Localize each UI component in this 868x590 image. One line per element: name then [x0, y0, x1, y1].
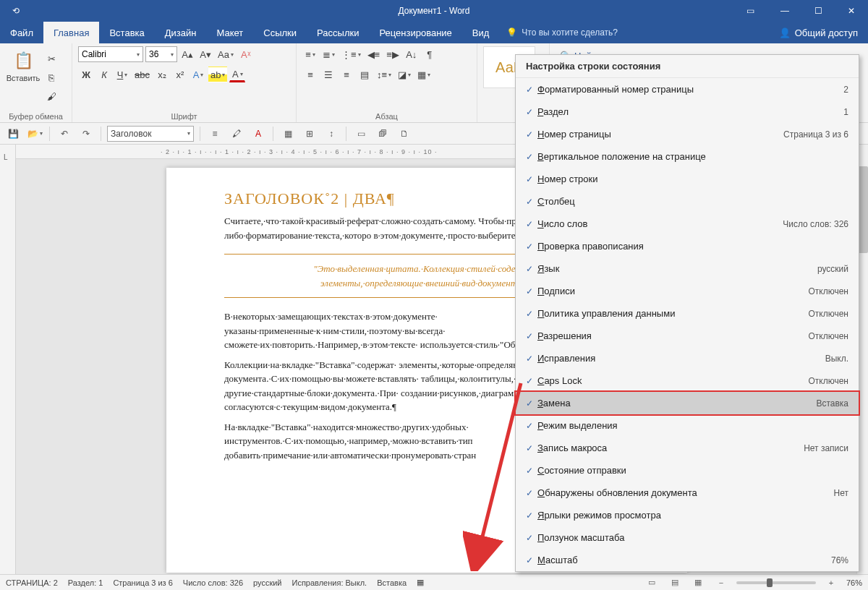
view-print-button[interactable]: ▤: [667, 576, 683, 589]
zoom-out-button[interactable]: −: [713, 576, 729, 589]
redo-button[interactable]: ↷: [77, 125, 95, 142]
subscript-button[interactable]: x₂: [154, 67, 170, 82]
text-effects-button[interactable]: A▾: [190, 67, 206, 82]
share-button[interactable]: 👤 Общий доступ: [769, 22, 868, 43]
menu-item-track_changes[interactable]: ✓ИсправленияВыкл.: [516, 347, 859, 369]
qat-borders-button[interactable]: ▦: [279, 125, 297, 142]
multilevel-button[interactable]: ⋮≡▾: [339, 46, 363, 62]
maximize-button[interactable]: ☐: [801, 0, 835, 22]
qat-misc3-button[interactable]: 🗋: [396, 125, 413, 142]
save-button[interactable]: 💾: [4, 125, 22, 142]
shading-button[interactable]: ◪▾: [396, 67, 413, 82]
view-read-button[interactable]: ▭: [644, 576, 660, 589]
font-color-button[interactable]: A▾: [229, 67, 245, 82]
format-painter-button[interactable]: 🖌: [43, 88, 59, 104]
menu-item-upload[interactable]: ✓Состояние отправки: [516, 459, 859, 482]
style-combo[interactable]: Заголовок▾: [107, 126, 194, 142]
close-button[interactable]: ✕: [835, 0, 868, 22]
status-insert-mode[interactable]: Вставка: [377, 578, 407, 587]
menu-item-permissions[interactable]: ✓РазрешенияОтключен: [516, 325, 859, 347]
tab-home[interactable]: Главная: [43, 22, 99, 43]
qat-misc1-button[interactable]: ▭: [352, 125, 370, 142]
grow-font-button[interactable]: A▴: [179, 46, 195, 62]
status-page[interactable]: СТРАНИЦА: 2: [6, 578, 58, 587]
align-right-button[interactable]: ≡: [339, 67, 354, 82]
tab-references[interactable]: Ссылки: [253, 22, 307, 43]
underline-button[interactable]: Ч▾: [114, 67, 130, 82]
align-left-button[interactable]: ≡: [302, 67, 318, 82]
menu-item-column[interactable]: ✓Столбец: [516, 190, 859, 213]
menu-item-page_no[interactable]: ✓Номер страницыСтраница 3 из 6: [516, 123, 859, 145]
qat-fontcolor-button[interactable]: A: [250, 125, 267, 142]
minimize-button[interactable]: —: [768, 0, 801, 22]
tab-layout[interactable]: Макет: [206, 22, 253, 43]
zoom-value[interactable]: 76%: [846, 578, 862, 587]
menu-item-macro[interactable]: ✓Запись макросаНет записи: [516, 437, 859, 459]
menu-item-zoom_slider[interactable]: ✓Ползунок масштаба: [516, 526, 859, 549]
menu-item-vpos[interactable]: ✓Вертикальное положение на странице: [516, 145, 859, 168]
undo-button[interactable]: ↶: [56, 125, 73, 142]
increase-indent-button[interactable]: ≡▶: [384, 46, 401, 62]
menu-item-overtype[interactable]: ✓ЗаменаВставка: [516, 392, 859, 414]
borders-button[interactable]: ▦▾: [415, 67, 433, 82]
copy-button[interactable]: ⎘: [43, 69, 59, 85]
status-language[interactable]: русский: [253, 578, 281, 587]
zoom-slider[interactable]: [736, 581, 816, 584]
status-words[interactable]: Число слов: 326: [183, 578, 243, 587]
change-case-button[interactable]: Aa▾: [216, 46, 236, 62]
cut-button[interactable]: ✂: [43, 51, 59, 67]
status-section[interactable]: Раздел: 1: [68, 578, 103, 587]
bullets-button[interactable]: ≡▾: [302, 46, 318, 62]
tab-view[interactable]: Вид: [462, 22, 500, 43]
menu-item-line_no[interactable]: ✓Номер строки: [516, 168, 859, 190]
qat-spacing-button[interactable]: ↕: [323, 125, 340, 142]
status-page-of[interactable]: Страница 3 из 6: [113, 578, 172, 587]
tell-me-search[interactable]: 💡 Что вы хотите сделать?: [506, 22, 618, 43]
menu-item-lang[interactable]: ✓Языкрусский: [516, 257, 859, 280]
clear-formatting-button[interactable]: Aᵡ: [238, 46, 254, 62]
align-center-button[interactable]: ☰: [320, 67, 336, 82]
qat-align-button[interactable]: ≡: [206, 125, 224, 142]
view-web-button[interactable]: ▦: [690, 576, 706, 589]
menu-item-fmt_page[interactable]: ✓Форматированный номер страницы2: [516, 78, 859, 101]
tab-insert[interactable]: Вставка: [99, 22, 154, 43]
menu-item-selection[interactable]: ✓Режим выделения: [516, 414, 859, 437]
numbering-button[interactable]: ≣▾: [320, 46, 337, 62]
line-spacing-button[interactable]: ↕≡▾: [375, 67, 393, 82]
font-name-combo[interactable]: Calibri▾: [78, 46, 143, 62]
font-size-combo[interactable]: 36▾: [145, 46, 177, 62]
italic-button[interactable]: К: [96, 67, 112, 82]
ribbon-display-options[interactable]: ▭: [733, 0, 767, 22]
statusbar-customize-menu[interactable]: Настройка строки состояния ✓Форматирован…: [515, 54, 859, 572]
tab-mailings[interactable]: Рассылки: [307, 22, 369, 43]
highlight-button[interactable]: ab▾: [208, 67, 227, 82]
strikethrough-button[interactable]: abc: [132, 67, 152, 82]
bold-button[interactable]: Ж: [78, 67, 94, 82]
qat-table-button[interactable]: ⊞: [301, 125, 318, 142]
tab-design[interactable]: Дизайн: [155, 22, 207, 43]
paste-button[interactable]: 📋 Вставить: [6, 46, 41, 82]
zoom-slider-thumb[interactable]: [767, 578, 773, 587]
menu-item-spell[interactable]: ✓Проверка правописания: [516, 235, 859, 257]
menu-item-view_shortcuts[interactable]: ✓Ярлыки режимов просмотра: [516, 504, 859, 526]
sort-button[interactable]: A↓: [404, 46, 420, 62]
menu-item-word_count[interactable]: ✓Число словЧисло слов: 326: [516, 213, 859, 235]
superscript-button[interactable]: x²: [172, 67, 188, 82]
tab-review[interactable]: Рецензирование: [369, 22, 461, 43]
qat-misc2-button[interactable]: 🗊: [374, 125, 391, 142]
scrollbar-thumb[interactable]: [858, 166, 868, 253]
status-macro-icon[interactable]: ▦: [417, 578, 424, 587]
tab-file[interactable]: Файл: [0, 22, 43, 43]
zoom-in-button[interactable]: +: [823, 576, 839, 589]
justify-button[interactable]: ▤: [357, 67, 373, 82]
open-button[interactable]: 📂▾: [26, 125, 43, 142]
menu-item-updates[interactable]: ✓Обнаружены обновления документаНет: [516, 482, 859, 504]
menu-item-signatures[interactable]: ✓ПодписиОтключен: [516, 280, 859, 302]
decrease-indent-button[interactable]: ◀≡: [365, 46, 383, 62]
shrink-font-button[interactable]: A▾: [197, 46, 213, 62]
menu-item-info_policy[interactable]: ✓Политика управления даннымиОтключен: [516, 302, 859, 325]
menu-item-section[interactable]: ✓Раздел1: [516, 101, 859, 123]
qat-highlight-button[interactable]: 🖍: [228, 125, 245, 142]
status-track-changes[interactable]: Исправления: Выкл.: [292, 578, 367, 587]
show-marks-button[interactable]: ¶: [422, 46, 438, 62]
